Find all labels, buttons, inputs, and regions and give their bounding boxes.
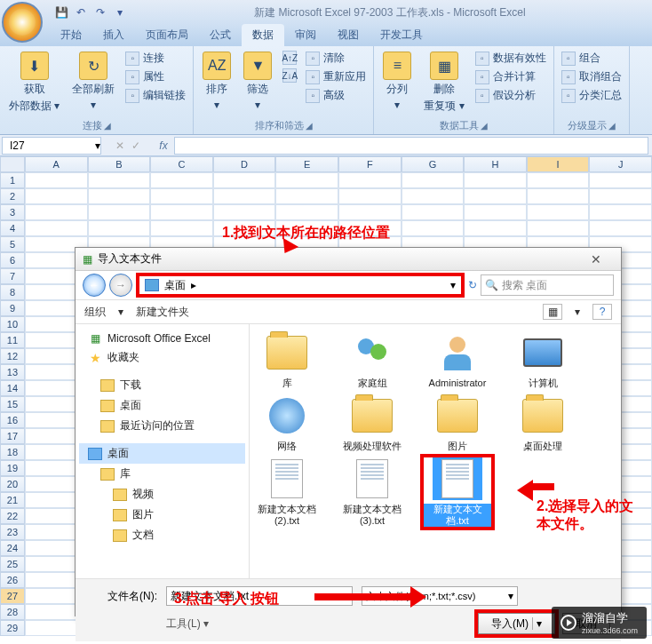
cell[interactable] [402,188,465,204]
ribbon-item[interactable]: ▫连接 [123,50,187,67]
file-item[interactable]: 家庭组 [338,331,406,389]
cell[interactable] [213,204,276,220]
col-header[interactable]: C [150,156,213,172]
row-header[interactable]: 11 [0,332,25,348]
path-box[interactable]: 桌面 ▸ ▾ [136,273,465,298]
close-icon[interactable]: ✕ [578,252,614,266]
sidebar-item[interactable]: 桌面 [79,443,245,464]
help-icon[interactable]: ? [592,304,612,320]
search-input[interactable]: 🔍 搜索 桌面 [481,274,614,296]
cell[interactable] [275,204,338,220]
file-item[interactable]: 视频处理软件 [338,394,406,452]
ribbon-btn[interactable]: ≡分列▾ [379,50,415,113]
file-item[interactable]: 新建文本文档.txt [424,457,491,527]
formula-input[interactable] [174,137,648,155]
chevron-down-icon[interactable]: ▾ [95,139,100,152]
cell[interactable] [338,172,402,188]
cell[interactable] [25,204,88,220]
qat-redo-icon[interactable]: ↷ [92,4,108,20]
row-header[interactable]: 19 [0,460,25,476]
row-header[interactable]: 26 [0,572,25,588]
col-header[interactable]: G [402,156,465,172]
sidebar-item[interactable]: 视频 [79,484,245,505]
row-header[interactable]: 14 [0,380,25,396]
file-item[interactable]: 计算机 [509,331,576,389]
cell[interactable] [338,204,402,220]
cell[interactable] [275,188,338,204]
cell[interactable] [589,188,652,204]
cell[interactable] [527,204,590,220]
cell[interactable] [402,172,465,188]
cell[interactable] [464,220,527,236]
col-header[interactable]: A [25,156,88,172]
tab-数据[interactable]: 数据 [242,24,284,46]
row-header[interactable]: 7 [0,268,25,284]
tab-视图[interactable]: 视图 [327,24,370,46]
refresh-icon[interactable]: ↻ [468,279,477,291]
ribbon-btn[interactable]: ▦删除重复项 ▾ [420,50,467,115]
filter-select[interactable]: 文本文件(*.prn;*.txt;*.csv) ▾ [362,586,518,606]
ribbon-item[interactable]: ▫假设分析 [473,87,548,104]
cell[interactable] [150,204,213,220]
tab-插入[interactable]: 插入 [92,24,135,46]
tab-开发工具[interactable]: 开发工具 [370,24,433,46]
col-header[interactable]: J [589,156,652,172]
row-header[interactable]: 23 [0,524,25,540]
cell[interactable] [589,220,652,236]
cell[interactable] [464,172,527,188]
sidebar-item[interactable]: 库 [79,464,245,484]
select-all-corner[interactable] [0,156,25,172]
col-header[interactable]: E [275,156,338,172]
sort-btn[interactable]: Z↓A [281,68,298,83]
row-header[interactable]: 27 [0,588,25,604]
qat-undo-icon[interactable]: ↶ [73,4,89,20]
tab-开始[interactable]: 开始 [50,24,92,46]
name-box[interactable]: I27▾ [2,137,101,155]
tools-button[interactable]: 工具(L) ▾ [166,616,209,632]
cell[interactable] [275,172,338,188]
row-header[interactable]: 22 [0,508,25,524]
row-header[interactable]: 15 [0,396,25,412]
file-pane[interactable]: 库家庭组Administrator计算机网络视频处理软件图片桌面处理新建文本文档… [250,324,621,578]
row-header[interactable]: 25 [0,556,25,572]
sidebar-item[interactable]: 最近访问的位置 [79,416,245,436]
chevron-down-icon[interactable]: ▾ [450,279,456,291]
row-header[interactable]: 1 [0,172,25,188]
ribbon-item[interactable]: ▫数据有效性 [473,50,548,67]
ribbon-btn[interactable]: AZ排序▾ [199,50,235,113]
col-header[interactable]: H [464,156,527,172]
row-header[interactable]: 18 [0,444,25,460]
chevron-down-icon[interactable]: ▾ [118,306,123,318]
col-header[interactable]: D [213,156,276,172]
row-header[interactable]: 20 [0,476,25,492]
chevron-down-icon[interactable]: ▾ [508,590,513,602]
filename-input[interactable]: 新建文本文档.txt ▾ [166,586,353,606]
cell[interactable] [88,172,151,188]
ribbon-item[interactable]: ▫高级 [304,87,368,104]
sidebar-item[interactable]: 文档 [79,525,245,545]
cell[interactable] [527,188,590,204]
cell[interactable] [25,188,88,204]
qat-dropdown-icon[interactable]: ▾ [112,4,128,20]
back-button[interactable]: ← [83,274,106,297]
row-header[interactable]: 28 [0,604,25,620]
tab-页面布局[interactable]: 页面布局 [135,24,199,46]
row-header[interactable]: 5 [0,236,25,252]
ribbon-btn[interactable]: ⬇获取外部数据 ▾ [5,50,63,115]
file-item[interactable]: 新建文本文档 (2).txt [253,457,321,527]
file-item[interactable]: 桌面处理 [509,394,576,452]
fx-icon[interactable]: fx [153,139,174,152]
sidebar-item[interactable]: ★收藏夹 [79,347,245,368]
cell[interactable] [88,188,151,204]
cell[interactable] [589,172,652,188]
row-header[interactable]: 4 [0,220,25,236]
cell[interactable] [25,172,88,188]
sidebar-item[interactable]: 下载 [79,375,245,395]
qat-save-icon[interactable]: 💾 [53,4,69,20]
row-header[interactable]: 2 [0,188,25,204]
col-header[interactable]: F [338,156,402,172]
ribbon-item[interactable]: ▫合并计算 [473,68,548,85]
office-button[interactable] [2,2,43,43]
sidebar-item[interactable]: 桌面 [79,395,245,416]
row-header[interactable]: 12 [0,348,25,364]
